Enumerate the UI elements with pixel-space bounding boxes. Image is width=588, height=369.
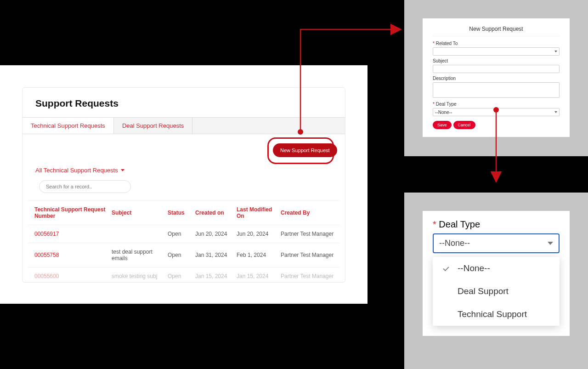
form-title: New Support Request	[433, 26, 560, 36]
col-status: Status	[168, 210, 195, 216]
save-button[interactable]: Save	[433, 121, 452, 129]
cell-subject: test deal support emails	[112, 249, 168, 261]
cell-subject: smoke testing subj	[112, 273, 168, 279]
deal-type-combobox[interactable]: --None--	[433, 233, 560, 253]
form-buttons: Save Cancel	[433, 121, 560, 129]
cell-status: Open	[168, 273, 195, 279]
tabbar: Technical Support Requests Deal Support …	[23, 117, 345, 134]
cell-status: Open	[168, 231, 195, 237]
description-label: Description	[433, 76, 560, 81]
checkmark-icon	[442, 265, 450, 272]
caret-down-icon	[548, 242, 553, 245]
col-by: Created By	[281, 210, 345, 216]
cell-created: Jun 20, 2024	[195, 231, 237, 237]
deal-type-label-large: * Deal Type	[433, 219, 560, 230]
deal-type-selected: --None--	[439, 238, 470, 248]
new-request-form: New Support Request Related To Subject D…	[423, 18, 570, 137]
tab-technical-support[interactable]: Technical Support Requests	[23, 118, 114, 134]
col-created: Created on	[195, 210, 237, 216]
subject-input[interactable]	[433, 65, 560, 73]
table-row[interactable]: 00056917 Open Jun 20, 2024 Jun 20, 2024 …	[28, 225, 339, 243]
tab-deal-support[interactable]: Deal Support Requests	[114, 118, 192, 134]
cell-by: Partner Test Manager	[281, 252, 345, 258]
related-to-label: Related To	[433, 41, 560, 46]
cell-created: Jan 31, 2024	[195, 252, 237, 258]
option-deal-support[interactable]: Deal Support	[433, 280, 560, 303]
col-number: Technical Support Request Number	[34, 206, 112, 219]
caret-down-icon	[121, 169, 124, 171]
col-modified: Last Modified On	[237, 206, 281, 219]
required-star-icon: *	[433, 219, 436, 229]
table-row[interactable]: 00055758 test deal support emails Open J…	[28, 243, 339, 267]
deal-type-select[interactable]: --None--	[433, 108, 560, 116]
requests-table: Technical Support Request Number Subject…	[28, 200, 339, 283]
deal-type-options-menu: --None-- Deal Support Technical Support	[433, 257, 560, 326]
filter-dropdown[interactable]: All Technical Support Requests	[35, 167, 124, 174]
caret-down-icon	[554, 111, 557, 113]
cancel-button[interactable]: Cancel	[453, 121, 475, 129]
deal-type-label: Deal Type	[433, 102, 560, 107]
page-title: Support Requests	[23, 88, 345, 117]
cell-by: Partner Test Manager	[281, 273, 345, 279]
related-to-select[interactable]	[433, 47, 560, 56]
caret-down-icon	[554, 51, 557, 52]
request-number[interactable]: 00056917	[34, 231, 112, 237]
filter-label: All Technical Support Requests	[35, 167, 118, 174]
option-none[interactable]: --None--	[433, 257, 560, 280]
cell-modified: Jun 20, 2024	[237, 231, 281, 237]
cell-by: Partner Test Manager	[281, 231, 345, 237]
deal-type-value: --None--	[435, 110, 452, 115]
table-header: Technical Support Request Number Subject…	[28, 200, 339, 225]
description-textarea[interactable]	[433, 82, 560, 98]
cell-modified: Feb 1, 2024	[237, 252, 281, 258]
cell-created: Jan 15, 2024	[195, 273, 237, 279]
support-requests-card: Support Requests Technical Support Reque…	[22, 87, 345, 283]
table-row[interactable]: 00055600 smoke testing subj Open Jan 15,…	[28, 267, 339, 283]
request-number[interactable]: 00055600	[34, 273, 112, 279]
cell-status: Open	[168, 252, 195, 258]
new-support-request-button[interactable]: New Support Request	[273, 143, 337, 157]
col-subject: Subject	[112, 210, 168, 216]
subject-label: Subject	[433, 58, 560, 63]
search-input[interactable]	[39, 180, 131, 193]
request-number[interactable]: 00055758	[34, 252, 112, 258]
option-technical-support[interactable]: Technical Support	[433, 303, 560, 326]
cell-modified: Jan 15, 2024	[237, 273, 281, 279]
deal-type-dropdown-expanded: * Deal Type --None-- --None-- Deal Suppo…	[423, 211, 570, 336]
